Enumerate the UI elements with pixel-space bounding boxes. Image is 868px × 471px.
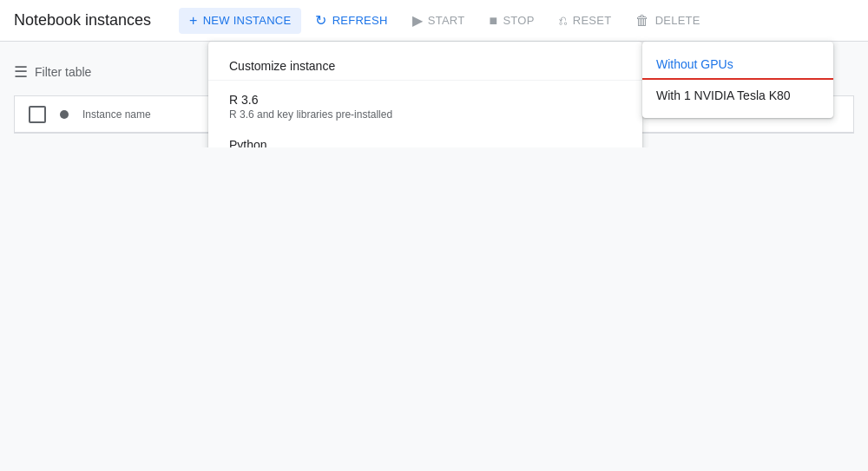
stop-icon: ■ (489, 13, 497, 29)
toolbar: + NEW INSTANCE ↻ REFRESH ▶ START ■ STOP … (179, 7, 711, 34)
dropdown-item-r36[interactable]: R 3.6R 3.6 and key libraries pre-install… (208, 84, 642, 129)
dropdown-header: Customize instance (208, 49, 642, 81)
instance-name-col: Instance name (82, 108, 151, 121)
submenu-item-without_gpu[interactable]: Without GPUs (642, 49, 833, 80)
new-instance-icon: + (189, 13, 198, 29)
filter-icon: ☰ (14, 62, 28, 82)
select-all-checkbox[interactable] (29, 106, 46, 123)
delete-button[interactable]: 🗑 DELETE (625, 8, 710, 34)
stop-button[interactable]: ■ STOP (478, 8, 544, 34)
reset-button[interactable]: ⎌ RESET (549, 8, 622, 34)
dropdown-item-title-r36: R 3.6 (229, 93, 621, 107)
dropdown-item-desc-r36: R 3.6 and key libraries pre-installed (229, 108, 621, 121)
delete-icon: 🗑 (635, 13, 649, 29)
dropdown-item-title-python: Python (229, 138, 621, 147)
new-instance-button[interactable]: + NEW INSTANCE (179, 8, 301, 34)
dropdown-item-python[interactable]: PythonPython 2 and 3 with Pandas, SciKit… (208, 129, 642, 147)
page-title: Notebook instances (14, 11, 151, 29)
refresh-button[interactable]: ↻ REFRESH (305, 7, 398, 34)
submenu-item-with_k80[interactable]: With 1 NVIDIA Tesla K80 (642, 80, 833, 111)
status-dot (60, 110, 69, 119)
new-instance-dropdown: Customize instance R 3.6R 3.6 and key li… (208, 42, 642, 147)
filter-label: Filter table (35, 65, 91, 79)
refresh-icon: ↻ (315, 12, 326, 29)
reset-icon: ⎌ (559, 13, 568, 29)
dropdown-items: R 3.6R 3.6 and key libraries pre-install… (208, 84, 642, 147)
main-header: Notebook instances + NEW INSTANCE ↻ REFR… (0, 0, 868, 42)
start-button[interactable]: ▶ START (402, 7, 476, 34)
start-icon: ▶ (412, 12, 423, 29)
submenu-items: Without GPUsWith 1 NVIDIA Tesla K80 (642, 49, 833, 111)
tensorflow-submenu: Without GPUsWith 1 NVIDIA Tesla K80 (642, 42, 833, 118)
